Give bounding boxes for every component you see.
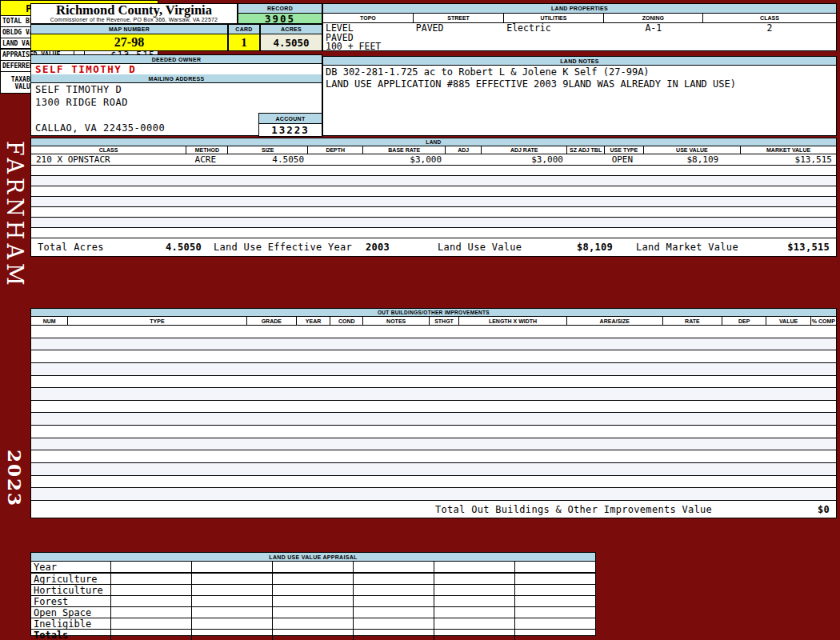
out-buildings-column-label: NUM (31, 317, 68, 325)
land-use-value-label: Land Use Value (438, 242, 522, 253)
land-properties-column-label: STREET (414, 14, 504, 22)
out-buildings-column-label: RATE (663, 317, 722, 325)
appraisal-cell (273, 618, 354, 629)
out-buildings-column-label: DEP (722, 317, 766, 325)
appraisal-row-label: Open Space (31, 607, 111, 618)
land-notes-section: LAND NOTES DB 302-281-1.725 ac to Robert… (322, 56, 837, 136)
land-column-label: USE TYPE (605, 146, 643, 154)
land-market-value: $13,515 (787, 242, 830, 253)
land-note-line: LAND USE APPLICATION #885 EFFECTIVE 2003… (323, 78, 836, 90)
land-use-value: $8,109 (577, 242, 613, 253)
table-row (31, 401, 836, 414)
table-row (31, 426, 836, 438)
land-use-appraisal-section: LAND USE VALUE APPRAISAL YearAgriculture… (30, 552, 596, 636)
land-totals-row: Total Acres 4.5050 Land Use Effective Ye… (31, 238, 836, 256)
appraisal-cell (273, 574, 354, 584)
table-row (31, 197, 836, 207)
land-cell: $13,515 (741, 154, 836, 165)
card-label: CARD (229, 25, 259, 34)
out-buildings-column-label: COND (330, 317, 363, 325)
out-buildings-column-label: NOTES (363, 317, 429, 325)
map-number-label: MAP NUMBER (31, 25, 227, 34)
effective-year-label: Land Use Effective Year (214, 242, 352, 253)
out-buildings-column-label: YEAR (297, 317, 330, 325)
out-buildings-column-label: VALUE (766, 317, 810, 325)
year-vertical-label: 2023 (4, 450, 26, 507)
table-row: Ineligible (31, 618, 595, 630)
land-column-label: DEPTH (308, 146, 363, 154)
land-properties-value-col: PAVED (414, 23, 504, 50)
appraisal-cell (111, 618, 192, 629)
county-title: Richmond County, Virginia (31, 4, 237, 17)
table-row: Agriculture (31, 574, 595, 585)
map-number-value: 27-98 (31, 34, 227, 50)
total-acres-label: Total Acres (38, 242, 104, 253)
land-properties-value: 2 (703, 24, 836, 34)
mailing-address-line: 1300 RIDGE ROAD (31, 96, 322, 109)
table-row (31, 363, 836, 376)
appraisal-cell (354, 596, 434, 606)
appraisal-cell (515, 630, 595, 640)
table-row (31, 326, 836, 338)
appraisal-cell (192, 630, 273, 640)
out-buildings-title: OUT BUILDINGS/OTHER IMPROVEMENTS (31, 309, 836, 317)
land-cell: $8,109 (644, 154, 742, 165)
land-properties-title: LAND PROPERTIES (323, 4, 836, 14)
total-acres-value: 4.5050 (166, 242, 202, 253)
appraisal-cell (515, 618, 595, 629)
appraisal-cell (111, 607, 192, 618)
land-table-empty-rows (31, 166, 836, 238)
appraisal-cell (354, 607, 434, 618)
property-record-card: { "page": { "district_label": "FARNHAM",… (0, 0, 840, 640)
land-properties-column-label: ZONING (604, 14, 703, 22)
appraisal-cell (354, 562, 434, 572)
appraisal-cell (354, 585, 434, 595)
table-row (31, 388, 836, 401)
land-column-label: BASE RATE (363, 146, 446, 154)
appraisal-cell (515, 562, 595, 572)
land-cell: OPEN (605, 154, 643, 165)
table-row (31, 438, 836, 451)
land-properties-column-label: CLASS (703, 14, 836, 22)
appraisal-cell (192, 585, 273, 595)
card-box: CARD 1 (228, 24, 260, 51)
table-row: Forest (31, 596, 595, 607)
appraisal-cell (354, 618, 434, 629)
appraisal-cell (111, 630, 192, 640)
land-cell: 4.5050 (228, 154, 308, 165)
account-value: 13223 (259, 124, 322, 136)
record-box: RECORD 3905 (238, 3, 322, 24)
table-row: Totals (31, 630, 595, 640)
land-cell: ACRE (186, 154, 228, 165)
land-column-label: SZ ADJ TBL (567, 146, 605, 154)
appraisal-cell (515, 596, 595, 606)
table-row: Horticulture (31, 585, 595, 596)
table-row (31, 413, 836, 426)
table-row (31, 476, 836, 489)
account-label: ACCOUNT (259, 114, 322, 124)
owner-section: DEEDED OWNER SELF TIMOTHY D MAILING ADDR… (30, 54, 322, 136)
table-row (31, 488, 836, 501)
effective-year-value: 2003 (366, 242, 390, 253)
out-buildings-column-label: % COMP (811, 317, 836, 325)
appraisal-row-label: Agriculture (31, 574, 111, 584)
appraisal-row-label: Totals (31, 630, 111, 640)
account-box: ACCOUNT 13223 (258, 113, 322, 137)
appraisal-cell (111, 596, 192, 606)
acres-label: ACRES (261, 25, 322, 34)
deeded-owner-value: SELF TIMOTHY D (31, 64, 322, 74)
appraisal-cell (111, 585, 192, 595)
table-row (31, 376, 836, 389)
land-use-appraisal-grid: YearAgricultureHorticultureForestOpen Sp… (31, 562, 595, 635)
appraisal-cell (434, 630, 515, 640)
appraisal-cell (434, 562, 515, 572)
out-buildings-column-label: GRADE (247, 317, 297, 325)
appraisal-cell (192, 618, 273, 629)
appraisal-row-label: Horticulture (31, 585, 111, 595)
out-buildings-column-label: STHGT (430, 317, 459, 325)
appraisal-cell (192, 562, 273, 572)
out-buildings-total-label: Total Out Buildings & Other Improvements… (435, 504, 712, 515)
appraisal-cell (273, 562, 354, 572)
out-buildings-header-row: NUMTYPEGRADEYEARCONDNOTESSTHGTLENGTH X W… (31, 317, 836, 326)
card-value: 1 (229, 34, 259, 50)
